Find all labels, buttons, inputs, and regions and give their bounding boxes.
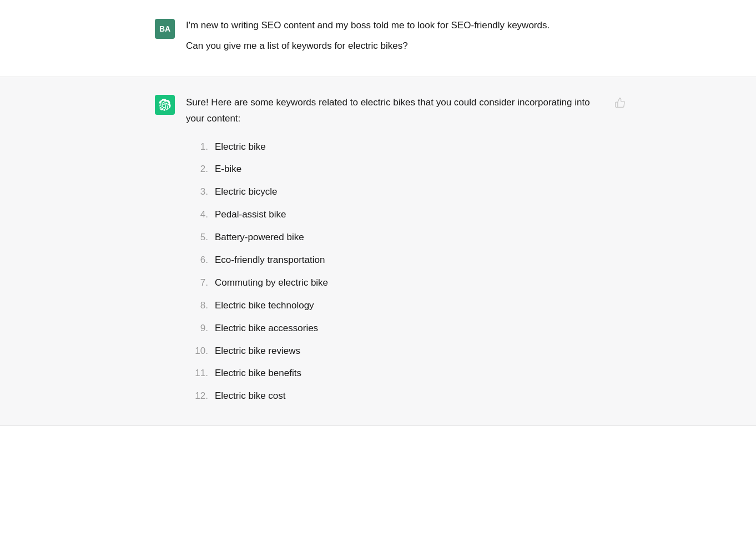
- list-item: 5.Battery-powered bike: [186, 226, 601, 249]
- list-item-text: Electric bike: [215, 139, 266, 155]
- user-message-content: I'm new to writing SEO content and my bo…: [186, 18, 601, 59]
- list-item-text: Battery-powered bike: [215, 230, 304, 246]
- list-item: 11.Electric bike benefits: [186, 362, 601, 385]
- list-item-text: Electric bike technology: [215, 298, 314, 314]
- assistant-message-block: Sure! Here are some keywords related to …: [0, 77, 756, 426]
- list-item-number: 4.: [186, 207, 208, 223]
- user-message-block: BA I'm new to writing SEO content and my…: [0, 0, 756, 77]
- list-item-text: Electric bike benefits: [215, 366, 301, 382]
- list-item-text: Electric bike cost: [215, 388, 286, 404]
- list-item-number: 5.: [186, 230, 208, 246]
- list-item-number: 11.: [186, 366, 208, 382]
- user-message-inner: BA I'm new to writing SEO content and my…: [128, 18, 628, 59]
- list-item-text: E-bike: [215, 161, 241, 177]
- list-item-number: 3.: [186, 184, 208, 200]
- chatgpt-logo-icon: [159, 99, 171, 111]
- assistant-message-content: Sure! Here are some keywords related to …: [186, 95, 601, 408]
- user-avatar: BA: [155, 19, 175, 39]
- list-item-text: Electric bicycle: [215, 184, 277, 200]
- chat-container: BA I'm new to writing SEO content and my…: [0, 0, 756, 426]
- list-item-number: 10.: [186, 343, 208, 359]
- list-item: 1.Electric bike: [186, 136, 601, 159]
- thumbs-up-button[interactable]: [612, 95, 628, 113]
- list-item-number: 1.: [186, 139, 208, 155]
- keyword-list: 1.Electric bike2.E-bike3.Electric bicycl…: [186, 136, 601, 408]
- list-item: 7.Commuting by electric bike: [186, 272, 601, 295]
- assistant-intro-text: Sure! Here are some keywords related to …: [186, 95, 601, 127]
- assistant-avatar: [155, 95, 175, 115]
- list-item: 4.Pedal-assist bike: [186, 204, 601, 226]
- list-item: 3.Electric bicycle: [186, 181, 601, 204]
- list-item-text: Electric bike reviews: [215, 343, 300, 359]
- list-item-text: Pedal-assist bike: [215, 207, 286, 223]
- assistant-message-inner: Sure! Here are some keywords related to …: [128, 95, 628, 408]
- list-item-number: 12.: [186, 388, 208, 404]
- list-item-text: Commuting by electric bike: [215, 275, 328, 291]
- list-item: 12.Electric bike cost: [186, 385, 601, 408]
- list-item: 8.Electric bike technology: [186, 295, 601, 317]
- user-message-line2: Can you give me a list of keywords for e…: [186, 38, 601, 54]
- list-item: 6.Eco-friendly transportation: [186, 249, 601, 272]
- list-item-number: 6.: [186, 252, 208, 268]
- list-item-number: 8.: [186, 298, 208, 314]
- list-item: 9.Electric bike accessories: [186, 317, 601, 340]
- list-item: 2.E-bike: [186, 158, 601, 181]
- list-item-number: 9.: [186, 321, 208, 337]
- list-item-text: Electric bike accessories: [215, 321, 318, 337]
- list-item-number: 7.: [186, 275, 208, 291]
- user-message-line1: I'm new to writing SEO content and my bo…: [186, 18, 601, 34]
- list-item-number: 2.: [186, 161, 208, 177]
- list-item: 10.Electric bike reviews: [186, 340, 601, 363]
- list-item-text: Eco-friendly transportation: [215, 252, 325, 268]
